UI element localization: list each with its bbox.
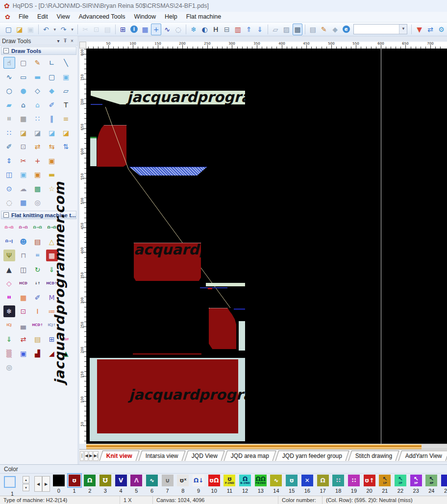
i-beam[interactable]: I bbox=[30, 304, 45, 318]
orange-panel[interactable]: ▦ bbox=[16, 291, 30, 304]
color-swatch-15[interactable]: ʊ bbox=[286, 475, 298, 486]
color-swatch-12[interactable]: ΩB-2ND bbox=[239, 475, 251, 486]
curve-tool-button[interactable]: ∿ bbox=[162, 24, 173, 35]
color-swatch-4[interactable]: V bbox=[115, 475, 127, 486]
menu-item-help[interactable]: Help bbox=[160, 12, 182, 22]
garment-shape[interactable]: ⊓ bbox=[16, 249, 30, 262]
layer-mid-button[interactable]: ▨ bbox=[281, 24, 292, 35]
tab-nav-button-3[interactable]: ▶| bbox=[93, 451, 99, 461]
tab-nav-button-0[interactable]: |◀ bbox=[80, 451, 84, 461]
filter-warning-button[interactable]: ▼ bbox=[414, 24, 424, 35]
pink-diamond[interactable]: ◇ bbox=[2, 277, 16, 290]
pointer-tool[interactable]: ☝ bbox=[2, 56, 16, 70]
transfer-b2f[interactable]: Ω→Ω bbox=[30, 221, 45, 234]
slant-shape-tool[interactable]: ▱ bbox=[59, 84, 73, 98]
col-distribute-2-tool[interactable]: ⇕ bbox=[2, 154, 16, 168]
color-swatch-24[interactable]: ↖4P bbox=[425, 475, 437, 486]
tab-jqd-area-map[interactable]: JQD area map bbox=[224, 451, 276, 461]
tab-intarsia-view[interactable]: Intarsia view bbox=[139, 451, 186, 461]
collapse-icon[interactable]: − bbox=[3, 48, 9, 53]
radial-dial[interactable]: ◎ bbox=[2, 360, 16, 374]
tab-knit-view[interactable]: Knit view bbox=[99, 451, 140, 461]
color-swatch-2[interactable]: Ω bbox=[84, 475, 96, 486]
polygon-filled-tool[interactable]: ⌂ bbox=[30, 98, 45, 112]
section-header-draw-tools[interactable]: − Draw Tools bbox=[1, 47, 76, 55]
snowflake-button[interactable]: ❄ bbox=[189, 24, 199, 35]
color-grid-tool[interactable]: ▦ bbox=[16, 196, 30, 209]
nested-frame-tool[interactable]: ▣ bbox=[30, 168, 45, 181]
transfer-split[interactable]: Ω→‖ bbox=[2, 235, 16, 249]
row-insert-tool[interactable]: + bbox=[30, 154, 45, 168]
fill-bucket-1[interactable]: ◪ bbox=[16, 126, 30, 140]
yarn-bars[interactable]: ▮▮ bbox=[2, 291, 16, 304]
form-editor[interactable]: ▤ bbox=[30, 332, 45, 346]
open-folder-button[interactable]: ◪ bbox=[15, 24, 25, 35]
zoom-tool[interactable]: ⊙ bbox=[2, 182, 16, 196]
color-swatch-11[interactable]: ʊF-2ND bbox=[224, 475, 235, 486]
fit-width-button[interactable]: ⇄ bbox=[425, 24, 436, 35]
rect-filled-tool[interactable]: ▬ bbox=[30, 70, 45, 84]
up-down[interactable]: ↓↑ bbox=[30, 277, 45, 290]
panel-menu-icon[interactable]: ▾ bbox=[55, 38, 62, 44]
color-swatch-13[interactable]: ΩΩFB2ND bbox=[255, 475, 267, 486]
tab-jqd-yarn-feeder-group[interactable]: JQD yarn feeder group bbox=[275, 451, 349, 461]
toolbar-combobox[interactable]: ▼ bbox=[353, 24, 407, 34]
text-tool[interactable]: T bbox=[59, 98, 73, 112]
browser-button[interactable]: e bbox=[341, 24, 351, 35]
grid-button[interactable]: ⊞ bbox=[118, 24, 128, 35]
dot-diagonal-tool[interactable]: ∷ bbox=[30, 112, 45, 126]
eraser-button[interactable]: ◆ bbox=[330, 24, 340, 35]
color-swatch-1[interactable]: ʊ bbox=[69, 475, 80, 486]
row-cut-tool[interactable]: ✂ bbox=[16, 154, 30, 168]
v-stripes-color-tool[interactable]: ‖ bbox=[45, 112, 59, 126]
curve-tool[interactable]: ∿ bbox=[2, 70, 16, 84]
mini-grid-tool[interactable]: ∷ bbox=[2, 126, 16, 140]
layer-back-button[interactable]: ▱ bbox=[271, 24, 281, 35]
color-swatch-8[interactable]: ʊˣ bbox=[177, 475, 189, 486]
diamond-tool[interactable]: ◇ bbox=[30, 84, 45, 98]
current-color-swatch[interactable] bbox=[4, 476, 16, 488]
door-tool[interactable]: ◫ bbox=[16, 263, 30, 277]
ellipse-filled-tool[interactable]: ● bbox=[16, 84, 30, 98]
color-swatch-22[interactable]: ↖2P bbox=[395, 475, 406, 486]
info-button[interactable]: i bbox=[129, 24, 139, 35]
redo-more-button[interactable]: ▾ bbox=[70, 24, 75, 35]
pin-icon[interactable]: Ŧ bbox=[62, 38, 69, 44]
color-swatch-7[interactable]: ∪ bbox=[162, 475, 174, 486]
color-swatch-21[interactable]: ↖1P bbox=[379, 475, 391, 486]
v-stripes-tool[interactable]: ||| bbox=[2, 112, 16, 126]
image-editor-tool[interactable]: ▩ bbox=[30, 182, 45, 196]
preview-button[interactable]: ⊟ bbox=[222, 24, 232, 35]
undo-more-button[interactable]: ▾ bbox=[52, 24, 57, 35]
page-up-button[interactable]: ⇑ bbox=[244, 24, 254, 35]
iron-tool[interactable]: ☁ bbox=[16, 182, 30, 196]
dropper-tool[interactable]: ✐ bbox=[45, 98, 59, 112]
undo-button[interactable]: ↶ bbox=[41, 24, 51, 35]
h-stripes-tool[interactable]: ≡ bbox=[59, 112, 73, 126]
menu-item-file[interactable]: File bbox=[14, 12, 33, 22]
tab-nav-button-1[interactable]: ◀ bbox=[84, 451, 88, 461]
swap-squares[interactable]: ⇄ bbox=[16, 332, 30, 346]
tab-jqd-view[interactable]: JQD View bbox=[184, 451, 224, 461]
stair-shape[interactable]: ▟ bbox=[30, 347, 45, 360]
color-swatch-5[interactable]: Λ bbox=[130, 475, 142, 486]
hcd-right[interactable]: HCD bbox=[16, 277, 30, 290]
night-view-button[interactable]: ◐ bbox=[199, 24, 210, 35]
icj-tool[interactable]: ICJ bbox=[2, 319, 16, 332]
shape-copy[interactable]: ⊡ bbox=[16, 304, 30, 318]
bed-tool[interactable]: ▄ bbox=[16, 319, 30, 332]
menu-item-window[interactable]: Window bbox=[129, 12, 160, 22]
menu-item-view[interactable]: View bbox=[52, 12, 74, 22]
slant-filled-tool[interactable]: ▰ bbox=[2, 98, 16, 112]
find-button[interactable]: H bbox=[211, 24, 221, 35]
color-swatch-25[interactable] bbox=[441, 475, 447, 486]
menu-item-advanceed-tools[interactable]: Advanceed Tools bbox=[74, 12, 129, 22]
palette-scroll-left-button[interactable]: ◀ bbox=[34, 476, 42, 492]
combobox-dropdown-icon[interactable]: ▼ bbox=[399, 25, 407, 34]
pattern-canvas[interactable]: jacquardprogram acquardp bbox=[86, 49, 447, 444]
menu-item-flat-machine[interactable]: Flat machine bbox=[182, 12, 226, 22]
menu-item-edit[interactable]: Edit bbox=[33, 12, 52, 22]
pencil-tool[interactable]: ✎ bbox=[30, 56, 45, 70]
layer-front-button[interactable]: ▩ bbox=[293, 24, 303, 35]
marquee-select[interactable]: ▢ bbox=[16, 56, 30, 70]
